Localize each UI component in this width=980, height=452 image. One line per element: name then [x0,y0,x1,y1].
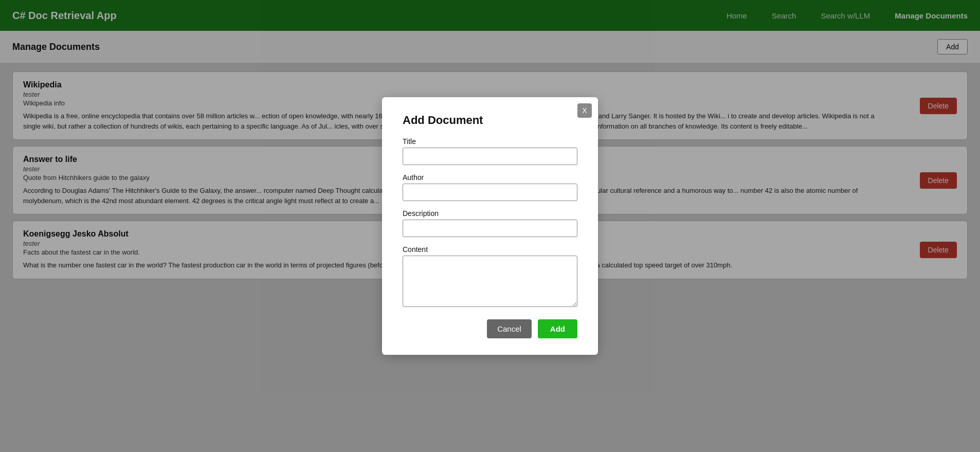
form-group-description: Description [403,209,577,237]
content-label: Content [403,245,577,254]
description-label: Description [403,209,577,218]
author-label: Author [403,173,577,182]
description-input[interactable] [403,220,577,237]
content-textarea[interactable] [403,256,577,307]
add-document-modal: X Add Document Title Author Description … [382,97,598,355]
title-label: Title [403,137,577,146]
modal-overlay: X Add Document Title Author Description … [0,0,980,452]
form-group-content: Content [403,245,577,309]
modal-actions: Cancel Add [403,319,577,338]
title-input[interactable] [403,148,577,165]
modal-title: Add Document [403,114,577,127]
form-group-title: Title [403,137,577,165]
modal-add-button[interactable]: Add [538,319,577,338]
form-group-author: Author [403,173,577,201]
modal-cancel-button[interactable]: Cancel [487,319,532,338]
modal-close-button[interactable]: X [577,103,592,118]
author-input[interactable] [403,184,577,201]
